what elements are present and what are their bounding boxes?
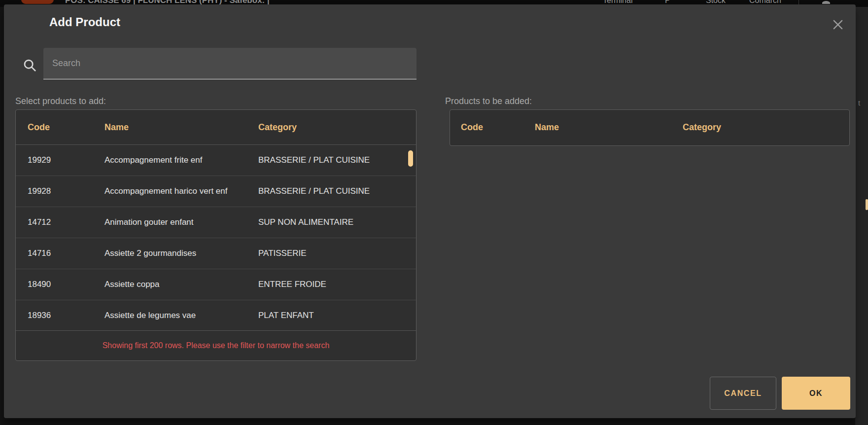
product-code-cell: 18936 (28, 311, 104, 320)
product-row[interactable]: 14716 Assiette 2 gourmandises PATISSERIE (16, 238, 416, 269)
column-header-name: Name (535, 122, 683, 133)
product-row[interactable]: 14712 Animation gouter enfant SUP NON AL… (16, 207, 416, 238)
table-footer: Showing first 200 rows. Please use the f… (16, 330, 416, 360)
row-limit-notice: Showing first 200 rows. Please use the f… (103, 341, 330, 350)
column-header-code: Code (28, 122, 104, 133)
product-category-cell: BRASSERIE / PLAT CUISINE (258, 186, 416, 196)
product-name-cell: Assiette 2 gourmandises (104, 248, 258, 258)
background-page-strip: t (855, 7, 868, 425)
product-row[interactable]: 19928 Accompagnement harico vert enf BRA… (16, 176, 416, 207)
add-product-dialog: Add Product Select products to add: Prod… (4, 4, 856, 418)
product-category-cell: ENTREE FROIDE (258, 280, 416, 289)
product-name-cell: Assiette coppa (104, 280, 258, 289)
product-category-cell: PATISSERIE (258, 248, 416, 258)
column-header-name: Name (104, 122, 258, 133)
product-code-cell: 14712 (28, 217, 104, 227)
background-text-fragment: t (858, 99, 860, 107)
close-icon (831, 18, 845, 33)
product-name-cell: Animation gouter enfant (104, 217, 258, 227)
product-code-cell: 18490 (28, 280, 104, 289)
product-row[interactable]: 18936 Assiette de legumes vae PLAT ENFAN… (16, 300, 416, 331)
product-category-cell: SUP NON ALIMENTAIRE (258, 217, 416, 227)
product-row[interactable]: 19929 Accompagnement frite enf BRASSERIE… (16, 144, 416, 176)
table-header-row: Code Name Category (16, 110, 416, 144)
list-scrollbar-thumb[interactable] (408, 150, 413, 167)
table-header-row: Code Name Category (450, 110, 849, 144)
product-name-cell: Accompagnement frite enf (104, 155, 258, 165)
product-name-cell: Accompagnement harico vert enf (104, 186, 258, 196)
selected-products-table: Code Name Category (450, 109, 850, 146)
close-button[interactable] (828, 15, 848, 35)
product-name-cell: Assiette de legumes vae (104, 311, 258, 320)
search-input[interactable] (43, 48, 417, 79)
cancel-button[interactable]: CANCEL (710, 377, 776, 410)
product-code-cell: 19929 (28, 155, 104, 165)
dialog-title: Add Product (49, 15, 120, 29)
ok-button[interactable]: OK (782, 377, 850, 410)
select-products-label: Select products to add: (15, 96, 106, 106)
column-header-category: Category (683, 122, 849, 133)
column-header-code: Code (461, 122, 535, 133)
page-scrollbar-thumb[interactable] (866, 199, 868, 210)
search-icon (22, 58, 37, 72)
product-code-cell: 19928 (28, 186, 104, 196)
product-code-cell: 14716 (28, 248, 104, 258)
product-category-cell: PLAT ENFANT (258, 311, 416, 320)
products-to-add-label: Products to be added: (445, 96, 532, 106)
column-header-category: Category (258, 122, 416, 133)
product-table-body: 19929 Accompagnement frite enf BRASSERIE… (16, 144, 416, 331)
available-products-table: Code Name Category 19929 Accompagnement … (15, 109, 417, 361)
app-logo (21, 0, 54, 4)
product-row[interactable]: 18490 Assiette coppa ENTREE FROIDE (16, 269, 416, 300)
product-category-cell: BRASSERIE / PLAT CUISINE (258, 155, 416, 165)
